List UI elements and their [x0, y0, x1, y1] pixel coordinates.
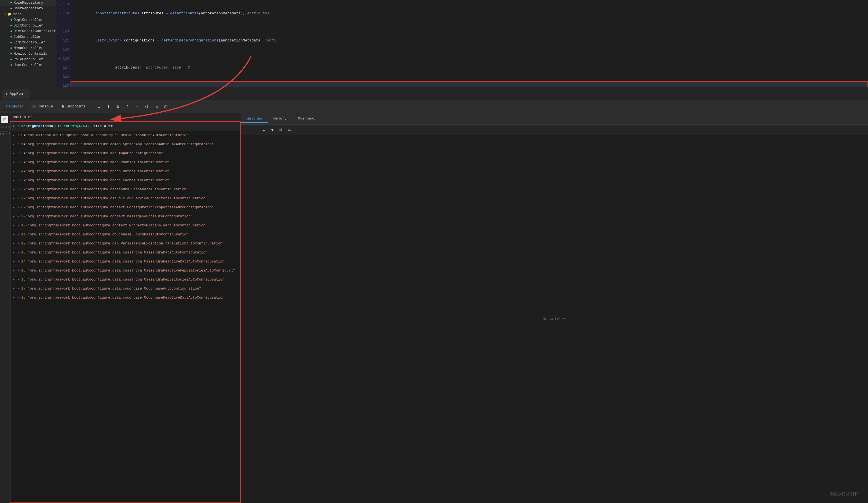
tab-overhead[interactable]: Overhead	[292, 115, 321, 123]
remove-watch-button[interactable]: −	[252, 126, 259, 134]
expand-arrow[interactable]: ▶	[13, 222, 16, 229]
expand-arrow[interactable]: ▶	[13, 177, 16, 184]
expand-arrow[interactable]: ▶	[13, 150, 16, 157]
toolbar-btn-run-cursor[interactable]: ↑	[133, 103, 141, 111]
tree-item-user-controller[interactable]: ● UserController	[0, 62, 56, 68]
var-list-item[interactable]: ▶ ≡ 7 = "org.springframework.boot.autoco…	[10, 194, 240, 203]
gutter-line-126: 126	[56, 81, 71, 87]
expand-arrow[interactable]: ▶	[13, 285, 16, 292]
toolbar-btn-step-out[interactable]: ⇑	[124, 103, 132, 111]
var-index: 14	[21, 258, 26, 265]
var-list-item[interactable]: ▶ ≡ 2 = "org.springframework.boot.autoco…	[10, 149, 240, 158]
code-line-cont: attributes); attributes: size = 2	[71, 54, 868, 81]
expand-arrow[interactable]: ▶	[13, 141, 16, 148]
tree-item-user-repository[interactable]: ● UserRepository	[0, 6, 56, 11]
tree-item-job-controller[interactable]: ● JobController	[0, 34, 56, 40]
eq-icon: ≡	[18, 177, 20, 184]
tree-item-menu-controller[interactable]: ● MenuController	[0, 45, 56, 51]
toolbar-btn-step-over[interactable]: ⬆	[104, 103, 112, 111]
expand-arrow[interactable]: ▶	[13, 195, 16, 202]
eq-icon: ≡	[18, 276, 20, 283]
tree-item-label: rest	[13, 12, 21, 16]
var-equals: =	[26, 276, 28, 283]
toolbar-btn-drop-frame[interactable]: ⇥	[152, 103, 160, 111]
var-value: "org.springframework.boot.autoconfigure.…	[28, 258, 226, 265]
gutter-line-124: 124	[56, 63, 71, 72]
tree-item-dept-controller[interactable]: ● DeptController	[0, 17, 56, 23]
expand-arrow[interactable]: ▶	[13, 267, 16, 274]
close-tab-button[interactable]: ✕	[24, 92, 27, 96]
tree-item-label: DictController	[13, 24, 43, 28]
expand-arrow[interactable]: ▶	[13, 132, 16, 139]
eq-icon: ≡	[18, 132, 20, 139]
toolbar-btn-resume[interactable]: ≡	[95, 103, 103, 111]
toolbar-btn-evaluate[interactable]: ↺	[143, 103, 151, 111]
tree-item-label: UserController	[13, 63, 43, 67]
var-list-item[interactable]: ▶ ≡ 18 = "org.springframework.boot.autoc…	[10, 293, 240, 302]
tree-item-dict-controller[interactable]: ● DictController	[0, 23, 56, 29]
tab-memory[interactable]: Memory	[268, 115, 292, 123]
watches-content: No watches	[241, 135, 868, 503]
move-up-watch-button[interactable]: ▲	[260, 126, 268, 134]
infinity-watch-button[interactable]: ∞	[286, 126, 293, 134]
var-list-item[interactable]: ▶ ≡ 13 = "org.springframework.boot.autoc…	[10, 248, 240, 257]
duplicate-watch-button[interactable]: ⧉	[277, 126, 285, 134]
expand-arrow[interactable]: ▶	[13, 240, 16, 247]
tree-item-role-controller[interactable]: ● RoleController	[0, 57, 56, 62]
expand-arrow[interactable]: ▶	[13, 159, 16, 166]
tree-item-label: UserRepository	[13, 7, 43, 10]
var-list-item[interactable]: ▶ ≡ 0 = "com.alibaba.druid.spring.boot.a…	[10, 131, 240, 140]
tab-watches[interactable]: Watches	[241, 115, 268, 123]
tab-console[interactable]: ⬛ Console	[29, 103, 56, 110]
expand-arrow[interactable]: ▶	[13, 276, 16, 283]
var-list-item[interactable]: ▶ ≡ 8 = "org.springframework.boot.autoco…	[10, 203, 240, 212]
var-list-item[interactable]: ▶ ≡ 9 = "org.springframework.boot.autoco…	[10, 212, 240, 221]
var-equals: =	[26, 258, 28, 265]
var-list-item[interactable]: ▶ ≡ 11 = "org.springframework.boot.autoc…	[10, 230, 240, 239]
var-index: 7	[21, 195, 24, 202]
expand-arrow[interactable]: ▶	[13, 204, 16, 211]
var-list-item[interactable]: ▶ ≡ 3 = "org.springframework.boot.autoco…	[10, 158, 240, 167]
tree-item-role-repository[interactable]: ● RoleRepository	[0, 0, 56, 6]
var-list-item[interactable]: ▶ ≡ 10 = "org.springframework.boot.autoc…	[10, 221, 240, 230]
var-value: "org.springframework.boot.autoconfigure.…	[26, 168, 172, 175]
expand-arrow[interactable]: ▶	[13, 186, 16, 193]
var-list-item[interactable]: ▶ ≡ 12 = "org.springframework.boot.autoc…	[10, 239, 240, 248]
var-list-item[interactable]: ▶ ≡ 5 = "org.springframework.boot.autoco…	[10, 176, 240, 185]
expand-arrow-root[interactable]: ▼	[13, 123, 16, 130]
var-list-item[interactable]: ▶ ≡ 6 = "org.springframework.boot.autoco…	[10, 185, 240, 194]
var-list-item[interactable]: ▶ ≡ 1 = "org.springframework.boot.autoco…	[10, 140, 240, 149]
expand-arrow[interactable]: ▶	[13, 294, 16, 301]
var-list-item[interactable]: ▶ ≡ 14 = "org.springframework.boot.autoc…	[10, 257, 240, 266]
var-list-item[interactable]: ▶ ≡ 15 = "org.springframework.boot.autoc…	[10, 266, 240, 275]
add-watch-button[interactable]: +	[244, 126, 251, 134]
debugger-tab-label: Debugger	[6, 104, 24, 108]
expand-arrow[interactable]: ▶	[13, 213, 16, 220]
expand-arrow[interactable]: ▶	[13, 258, 16, 265]
var-value: "org.springframework.boot.autoconfigure.…	[26, 195, 208, 202]
filter-button[interactable]: ⊟	[1, 116, 9, 124]
tab-endpoints[interactable]: ⬟ Endpoints	[58, 103, 89, 110]
var-root-item[interactable]: ▼ ≡ configurations = {LinkedList@4263} s…	[10, 122, 240, 131]
tree-item-dict-detail-controller[interactable]: ● DictDetailController	[0, 29, 56, 34]
toolbar-btn-table-view[interactable]: ⊞	[162, 103, 170, 111]
variables-panel: Variables ▼ ≡ configurations = {LinkedLi…	[10, 113, 241, 503]
toolbar-btn-step-into[interactable]: ⬇	[114, 103, 122, 111]
tree-item-limit-controller[interactable]: ● LimitController	[0, 40, 56, 45]
tab-debugger[interactable]: Debugger	[3, 103, 27, 110]
tree-item-rest[interactable]: ▼ 📁 rest	[0, 11, 56, 17]
var-equals: =	[26, 222, 28, 229]
apprun-tab[interactable]: ▶ AppRun ✕	[2, 89, 30, 99]
var-value: "org.springframework.boot.autoconfigure.…	[28, 267, 235, 274]
expand-arrow[interactable]: ▶	[13, 231, 16, 238]
file-tree-panel: ● RoleRepository ● UserRepository ▼ 📁 re…	[0, 0, 56, 87]
tree-item-label: RoleController	[13, 57, 43, 62]
var-list-item[interactable]: ▶ ≡ 16 = "org.springframework.boot.autoc…	[10, 275, 240, 284]
expand-arrow[interactable]: ▶	[13, 168, 16, 175]
move-down-watch-button[interactable]: ▼	[269, 126, 276, 134]
expand-arrow[interactable]: ▶	[13, 249, 16, 256]
tree-item-monitor-controller[interactable]: ● MonitorController	[0, 51, 56, 57]
var-list-item[interactable]: ▶ ≡ 4 = "org.springframework.boot.autoco…	[10, 167, 240, 176]
code-line-119: List<String> configurations = getCandida…	[71, 27, 868, 54]
var-list-item[interactable]: ▶ ≡ 17 = "org.springframework.boot.autoc…	[10, 284, 240, 293]
